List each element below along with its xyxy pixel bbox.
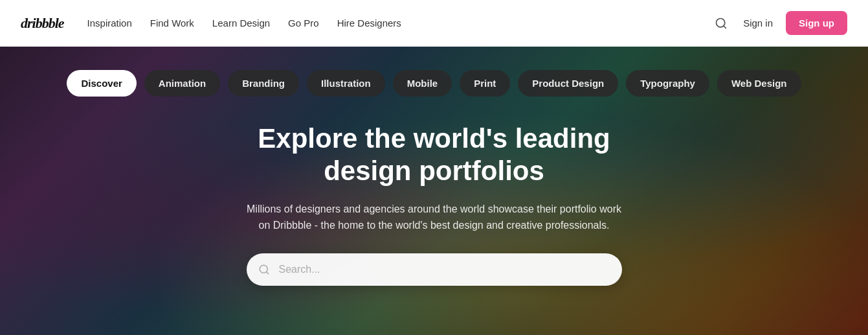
nav-link-go-pro[interactable]: Go Pro [288, 17, 319, 29]
nav-link-hire-designers[interactable]: Hire Designers [337, 17, 401, 29]
category-pill-typography[interactable]: Typography [626, 70, 709, 97]
svg-line-1 [724, 25, 726, 28]
category-pill-product-design[interactable]: Product Design [518, 70, 618, 97]
logo[interactable]: dribbble [21, 15, 64, 32]
category-pill-illustration[interactable]: Illustration [307, 70, 385, 97]
nav-right: Sign in Sign up [712, 11, 847, 35]
nav-link-find-work[interactable]: Find Work [150, 17, 194, 29]
category-pill-discover[interactable]: Discover [67, 70, 136, 97]
category-pill-animation[interactable]: Animation [144, 70, 220, 97]
hero-title-line1: Explore the world's leading [258, 123, 610, 154]
category-pills: Discover Animation Branding Illustration… [67, 70, 801, 97]
sign-up-button[interactable]: Sign up [786, 11, 847, 35]
hero-section: Discover Animation Branding Illustration… [0, 47, 868, 335]
category-pill-print[interactable]: Print [460, 70, 510, 97]
navbar: dribbble Inspiration Find Work Learn Des… [0, 0, 868, 47]
search-button[interactable] [712, 14, 730, 32]
hero-title: Explore the world's leading design portf… [240, 122, 629, 188]
hero-subtitle: Millions of designers and agencies aroun… [240, 201, 629, 234]
nav-link-inspiration[interactable]: Inspiration [87, 17, 132, 29]
sign-in-button[interactable]: Sign in [743, 17, 773, 29]
category-pill-mobile[interactable]: Mobile [393, 70, 452, 97]
search-input[interactable] [247, 253, 622, 286]
search-bar-container [247, 253, 622, 286]
nav-link-learn-design[interactable]: Learn Design [212, 17, 270, 29]
hero-title-line2: design portfolios [324, 156, 544, 186]
nav-links: Inspiration Find Work Learn Design Go Pr… [87, 17, 713, 29]
category-pill-branding[interactable]: Branding [228, 70, 299, 97]
hero-content: Explore the world's leading design portf… [227, 122, 641, 253]
search-icon [715, 17, 728, 30]
category-pill-web-design[interactable]: Web Design [717, 70, 801, 97]
